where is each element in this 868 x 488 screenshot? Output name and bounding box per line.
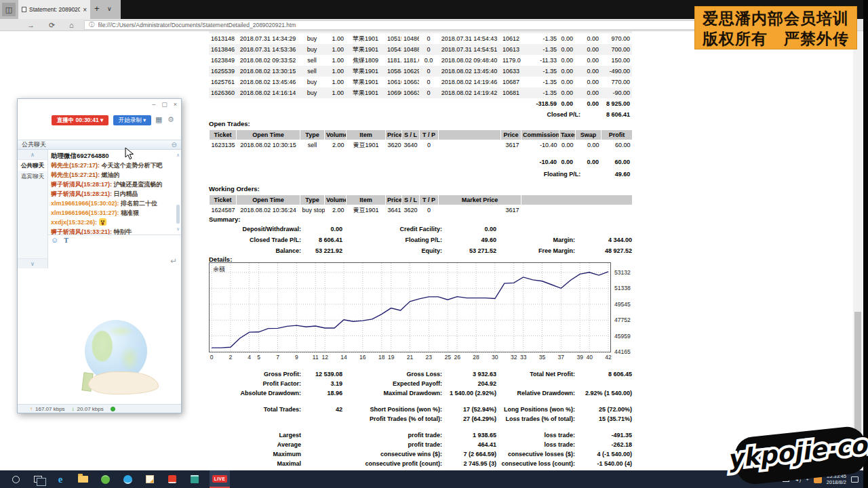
start-record-button[interactable]: 开始录制 ▾ — [113, 115, 151, 125]
cell: 0 — [419, 66, 438, 77]
cell: sell — [300, 140, 325, 150]
svg-text:21: 21 — [407, 354, 414, 361]
forward-icon[interactable]: → — [27, 21, 35, 29]
file-explorer-icon[interactable] — [75, 471, 90, 487]
text-format-icon[interactable]: T — [64, 237, 68, 244]
message-sender: xlm19661966(15:30:02): — [51, 200, 121, 207]
settings-gear-icon[interactable]: ⚙ — [167, 115, 174, 124]
stat-cell: -262.18 — [575, 440, 632, 449]
edge-taskbar-icon[interactable]: e — [53, 471, 68, 487]
cortana-button[interactable] — [8, 471, 23, 487]
home-icon[interactable]: ⌂ — [69, 21, 74, 29]
message-sender: 狮子斩清风(15:28:21): — [51, 190, 114, 197]
cell: 1.00 — [324, 77, 346, 87]
stat-cell — [301, 440, 342, 449]
cell: buy — [300, 87, 324, 98]
sidebar-item-public-chat[interactable]: 公共聊天 — [18, 160, 47, 171]
emoji-picker-icon[interactable]: ☺ — [51, 237, 58, 244]
info-icon[interactable]: ⓘ — [89, 21, 95, 29]
cell: sell — [300, 66, 324, 77]
messages-scroll-up-icon[interactable]: ∧ — [176, 152, 180, 158]
reader-app-icon[interactable] — [165, 471, 180, 487]
cell: 10663 — [401, 77, 419, 87]
cell: 黄豆1901 — [347, 140, 386, 150]
cell: 1623135 — [210, 140, 237, 150]
totals-cell: 60.00 — [601, 157, 632, 167]
media-app-icon[interactable] — [187, 471, 202, 487]
cell: 970.00 — [601, 33, 632, 44]
task-view-button[interactable] — [31, 471, 45, 487]
cell: -1.35 — [521, 66, 559, 77]
cell: 10584 — [385, 66, 401, 77]
column-header-blank — [521, 195, 633, 205]
cell: 10681 — [500, 87, 521, 98]
closed-pl-row: Closed P/L:8 606.41 — [209, 109, 632, 120]
table-row: 16255392018.08.02 13:30:15sell1.00苹果1901… — [209, 66, 632, 77]
cell: buy — [300, 44, 324, 55]
browser-360-icon[interactable] — [98, 471, 113, 487]
message-sender: 狮子斩清风(15:28:17): — [51, 181, 114, 188]
stat-cell: loss trade: — [496, 430, 575, 440]
message-input[interactable]: ↵ — [48, 245, 181, 268]
sidebar-scroll-down[interactable]: ∨ — [18, 258, 47, 268]
mouse-cursor — [125, 147, 134, 163]
scrollbar-track[interactable] — [853, 31, 863, 470]
live-status-button[interactable]: 直播中 00:30:41 ▾ — [52, 115, 108, 125]
stat-cell: profit trade: — [342, 440, 442, 449]
sidebar-item-guest-chat[interactable]: 嘉宾聊天 — [18, 171, 47, 182]
svg-text:25: 25 — [444, 354, 451, 361]
cell: 2.00 — [325, 205, 347, 216]
stat-cell — [301, 449, 342, 459]
stat-cell: 42 — [301, 405, 342, 414]
svg-text:28: 28 — [473, 354, 479, 361]
cell: 2018.08.02 10:36:24 — [237, 205, 300, 216]
cell: -10.40 — [521, 140, 559, 150]
svg-text:23: 23 — [426, 354, 433, 361]
column-header: Price — [386, 195, 402, 205]
message-text: 沪镍还是蛮流畅的 — [114, 181, 163, 188]
stat-cell: 1 938.65 — [442, 430, 496, 440]
stat-cell: -491.35 — [575, 430, 632, 440]
close-icon[interactable]: × — [174, 101, 177, 108]
maximize-icon[interactable]: ▢ — [161, 101, 167, 108]
cell: 0 — [419, 77, 438, 87]
notes-app-icon[interactable] — [142, 471, 157, 487]
collapse-icon[interactable]: ⊖ — [172, 141, 177, 148]
chat-message: 韩先生(15:27:21): 燃油的 — [51, 170, 173, 180]
cell: 0.00 — [575, 44, 601, 55]
sidebar-scroll-up[interactable]: ∧ — [18, 150, 47, 160]
chat-section-bar[interactable]: 公共聊天 ⊖ — [18, 140, 181, 150]
stat-cell: Absolute Drawdown: — [209, 388, 301, 398]
browser-tab[interactable]: Statement: 2089020921 × — [18, 0, 90, 19]
table-row: 16138462018.07.31 14:53:36buy1.00苹果19011… — [209, 44, 632, 55]
set-tabs-aside-icon[interactable]: ◫ — [2, 3, 16, 16]
messages-scroll-down-icon[interactable]: ∨ — [176, 226, 180, 232]
cell: -490.00 — [601, 66, 632, 77]
working-orders-heading: Working Orders: — [209, 185, 260, 193]
send-enter-icon[interactable]: ↵ — [170, 256, 177, 266]
minimize-icon[interactable]: – — [152, 101, 155, 108]
layout-grid-icon[interactable]: ▦ — [155, 115, 162, 124]
cell: 苹果1901 — [346, 44, 385, 55]
cell: 10613 — [500, 44, 521, 55]
messages-scrollbar-thumb[interactable] — [176, 205, 180, 224]
cell: 1179.0 — [500, 55, 521, 66]
reload-icon[interactable]: ⟳ — [49, 21, 55, 29]
cell: 2018.07.31 14:54:43 — [438, 33, 500, 44]
tab-list-icon[interactable]: ∨ — [107, 5, 112, 12]
stat-cell: Maximal Drawdown: — [342, 388, 442, 398]
cell: 0.00 — [559, 66, 575, 77]
stat-cell: Closed Trade P/L: — [209, 235, 301, 245]
stat-cell: 17 (52.94%) — [442, 405, 496, 414]
live-stream-app-button[interactable]: LIVE — [210, 470, 230, 488]
cell: 0.00 — [575, 87, 601, 98]
tab-close-icon[interactable]: × — [83, 6, 87, 14]
cell: -1.35 — [521, 87, 559, 98]
message-sender: 韩先生(15:27:17): — [51, 162, 102, 169]
cell: 10515 — [385, 33, 401, 44]
new-tab-button[interactable]: + — [94, 3, 100, 14]
cell: 2018.07.31 14:34:29 — [236, 33, 300, 44]
column-header: Ticket — [210, 195, 237, 205]
action-center-icon[interactable] — [851, 476, 859, 483]
blue-browser-icon[interactable] — [120, 471, 135, 487]
